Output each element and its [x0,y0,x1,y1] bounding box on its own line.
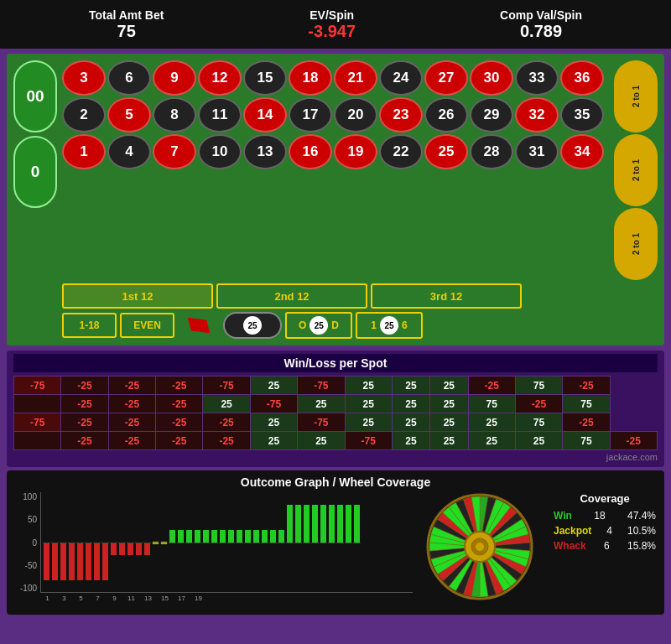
wl-cell-r3-c11: 25 [515,432,562,450]
number-cell-5[interactable]: 5 [107,97,151,132]
coverage-whack-pct: 15.8% [627,540,656,552]
wl-cell-r2-c11: 75 [515,413,562,432]
bar-31 [303,492,310,593]
x-label-6: 7 [94,595,101,602]
number-cell-14[interactable]: 14 [243,97,287,132]
outcome-section: Outcome Graph / Wheel Coverage 100 50 0 … [7,470,664,615]
x-label-37 [354,595,362,602]
number-cell-18[interactable]: 18 [289,60,332,96]
dozen2-button[interactable]: 2nd 12 [216,283,367,309]
number-cell-29[interactable]: 29 [470,97,513,132]
number-cell-11[interactable]: 11 [198,97,242,132]
x-label-7 [102,595,110,602]
double-zero-cell[interactable]: 00 [13,60,57,132]
two-to-one-bot[interactable]: 2 to 1 [614,208,658,280]
number-cell-30[interactable]: 30 [470,60,513,96]
bar-11 [135,492,143,593]
diamond-icon [180,312,218,338]
wl-cell-r3-c8: 25 [392,432,429,450]
bar-0 [43,492,50,593]
ev-spin-col: EV/Spin -3.947 [308,8,356,41]
number-cell-13[interactable]: 13 [243,134,287,169]
number-cell-10[interactable]: 10 [198,134,242,169]
x-label-16: 17 [178,595,185,602]
x-label-25 [253,595,261,602]
wl-cell-r0-c8: 25 [392,377,429,395]
bar-7 [101,492,109,593]
wl-cell-r1-c11: -25 [515,395,562,413]
wl-cell-r2-c1: -25 [61,413,108,432]
two-to-one-top[interactable]: 2 to 1 [614,60,658,132]
diamond-red-button[interactable] [178,313,220,338]
number-cell-35[interactable]: 35 [560,97,604,132]
number-cell-32[interactable]: 32 [515,97,559,132]
number-cell-2[interactable]: 2 [62,97,106,132]
number-cell-8[interactable]: 8 [153,97,196,132]
comp-val-label: Comp Val/Spin [500,8,582,22]
zero-cell[interactable]: 0 [13,136,57,208]
bet-118-button[interactable]: 1-18 [62,313,117,338]
bar-20 [211,492,218,593]
x-label-10: 11 [127,595,135,602]
wl-cell-r3-c12: 75 [563,432,610,450]
number-cell-15[interactable]: 15 [243,60,287,96]
dozen1-button[interactable]: 1st 12 [62,283,213,309]
number-cell-21[interactable]: 21 [334,60,377,96]
number-cell-22[interactable]: 22 [379,134,423,169]
wl-cell-r3-c13: -25 [610,432,657,450]
number-cell-20[interactable]: 20 [334,97,377,132]
x-label-22 [228,595,236,602]
x-label-9 [119,595,127,602]
number-cell-4[interactable]: 4 [107,134,151,169]
number-cell-17[interactable]: 17 [289,97,332,132]
coverage-jackpot-count: 4 [606,525,612,537]
number-cell-31[interactable]: 31 [515,134,559,169]
wl-cell-r3-c10: 25 [468,432,515,450]
chip-25-display[interactable]: 25 [223,312,282,339]
bar-16 [177,492,185,593]
bet-1936-button[interactable]: 1 25 6 [356,312,423,339]
wl-cell-r0-c1: -25 [61,377,108,395]
number-cell-19[interactable]: 19 [334,134,377,169]
odd-25-button[interactable]: O 25 D [285,312,352,339]
wl-cell-r1-c6: 25 [298,395,345,413]
number-cell-33[interactable]: 33 [515,60,559,96]
number-cell-23[interactable]: 23 [379,97,423,132]
x-label-36 [346,595,353,602]
bar-8 [110,492,117,593]
number-cell-3[interactable]: 3 [62,60,106,96]
wl-cell-r0-c3: -25 [156,377,203,395]
total-amt-bet-col: Total Amt Bet 75 [89,8,164,41]
bar-5 [85,492,92,593]
number-cell-7[interactable]: 7 [153,134,196,169]
coverage-win-row: Win 18 47.4% [554,510,656,522]
two-to-one-mid[interactable]: 2 to 1 [614,134,658,206]
number-cell-26[interactable]: 26 [424,97,468,132]
wl-cell-r3-c6: 25 [298,432,345,450]
wl-cell-r1-c8: 25 [392,395,429,413]
number-cell-28[interactable]: 28 [470,134,513,169]
number-cell-34[interactable]: 34 [560,134,604,169]
number-cell-36[interactable]: 36 [560,60,604,96]
wl-cell-r2-c0: -75 [14,413,61,432]
number-cell-16[interactable]: 16 [289,134,332,169]
number-cell-9[interactable]: 9 [153,60,196,96]
row-bottom: 147101316192225283134 [62,134,611,169]
bar-18 [194,492,201,593]
number-cell-24[interactable]: 24 [379,60,423,96]
coverage-win-label: Win [554,510,572,522]
wl-cell-r0-c5: 25 [250,377,297,395]
two-to-one-column: 2 to 1 2 to 1 2 to 1 [614,60,658,280]
coverage-jackpot-pct: 10.5% [627,525,656,537]
bar-37 [353,492,361,593]
number-cell-6[interactable]: 6 [107,60,151,96]
number-cell-12[interactable]: 12 [198,60,242,96]
dozen3-button[interactable]: 3rd 12 [371,283,522,309]
bar-34 [328,492,336,593]
number-cell-1[interactable]: 1 [62,134,106,169]
x-label-27 [270,595,278,602]
bet-even-button[interactable]: EVEN [120,313,174,338]
bar-22 [227,492,235,593]
number-cell-27[interactable]: 27 [424,60,468,96]
number-cell-25[interactable]: 25 [424,134,468,169]
